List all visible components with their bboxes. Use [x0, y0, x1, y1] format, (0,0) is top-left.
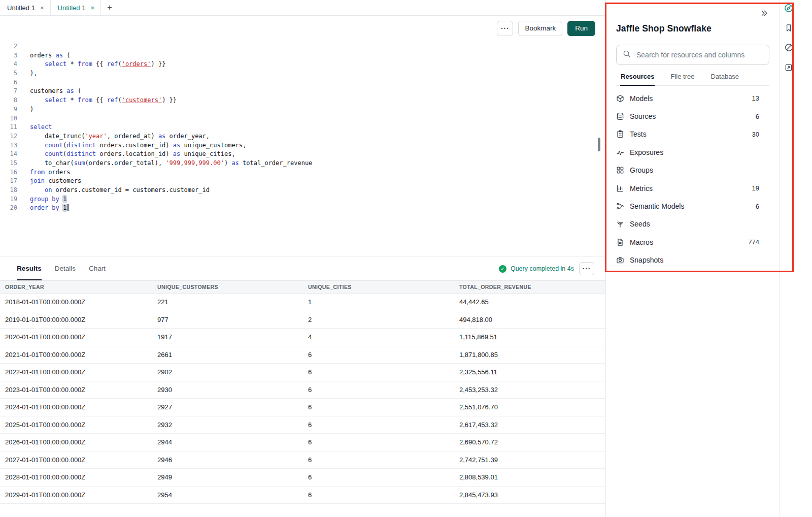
- code-token: [30, 142, 45, 149]
- sidebar-tab-resources[interactable]: Resources: [620, 73, 655, 86]
- resource-item-seeds[interactable]: Seeds: [616, 215, 769, 233]
- run-button[interactable]: Run: [567, 21, 595, 36]
- code-line[interactable]: 2: [0, 42, 605, 51]
- collapse-sidebar-button[interactable]: [759, 6, 769, 21]
- code-line[interactable]: 3orders as (: [0, 51, 605, 60]
- bookmarks-button[interactable]: [781, 21, 796, 36]
- tab-close-icon[interactable]: ×: [90, 5, 94, 11]
- results-tab-results[interactable]: Results: [17, 257, 42, 280]
- code-text: group by 1: [17, 195, 66, 204]
- line-number: 14: [0, 150, 17, 159]
- code-line[interactable]: 14 count(distinct orders.location_id) as…: [0, 150, 605, 159]
- results-more-button[interactable]: ···: [579, 262, 594, 275]
- table-row[interactable]: 2028-01-01T00:00:00.000Z294962,808,539.0…: [0, 469, 605, 487]
- new-tab-button[interactable]: +: [101, 0, 118, 15]
- resource-item-exposures[interactable]: Exposures: [616, 143, 769, 161]
- tab-close-icon[interactable]: ×: [40, 5, 44, 11]
- resource-item-tests[interactable]: Tests30: [616, 125, 769, 143]
- code-line[interactable]: 10: [0, 114, 605, 123]
- sidebar-tab-database[interactable]: Database: [710, 73, 739, 86]
- sidebar-top-bar: [616, 6, 769, 21]
- code-token: as: [66, 87, 74, 94]
- table-cell: 6: [303, 491, 454, 499]
- line-number: 8: [0, 96, 17, 105]
- code-line[interactable]: 12 date_trunc('year', ordered_at) as ord…: [0, 132, 605, 141]
- export-button[interactable]: [781, 60, 796, 76]
- code-line[interactable]: 17join customers: [0, 177, 605, 186]
- resource-list: Models13Sources6Tests30ExposuresGroupsMe…: [616, 89, 769, 269]
- code-line[interactable]: 6: [0, 78, 605, 87]
- table-row[interactable]: 2026-01-01T00:00:00.000Z294462,690,570.7…: [0, 434, 605, 451]
- explore-button[interactable]: [781, 1, 796, 16]
- resource-item-metrics[interactable]: Metrics19: [616, 179, 769, 197]
- code-line[interactable]: 4 select * from {{ ref('orders') }}: [0, 60, 605, 69]
- bookmark-button[interactable]: Bookmark: [518, 21, 562, 36]
- code-token: on: [45, 186, 52, 193]
- results-tab-strip: ResultsDetailsChart: [17, 257, 106, 280]
- line-number: 13: [0, 141, 17, 150]
- code-token: from: [78, 96, 92, 104]
- table-row[interactable]: 2022-01-01T00:00:00.000Z290262,325,556.1…: [0, 364, 605, 381]
- table-row[interactable]: 2020-01-01T00:00:00.000Z191741,115,869.5…: [0, 329, 605, 346]
- table-cell: 2661: [152, 351, 303, 359]
- code-line[interactable]: 7customers as (: [0, 87, 605, 96]
- table-row[interactable]: 2025-01-01T00:00:00.000Z293262,617,453.3…: [0, 416, 605, 434]
- code-line[interactable]: 11select: [0, 123, 605, 132]
- table-row[interactable]: 2024-01-01T00:00:00.000Z292762,551,076.7…: [0, 399, 605, 416]
- resource-item-sources[interactable]: Sources6: [616, 107, 769, 125]
- code-line[interactable]: 9): [0, 105, 605, 114]
- code-token: unique_customers,: [180, 142, 246, 149]
- app-root: Untitled 1×Untitled 1× + ··· Bookmark Ru…: [0, 0, 812, 517]
- table-row[interactable]: 2029-01-01T00:00:00.000Z295462,845,473.9…: [0, 487, 605, 504]
- table-row[interactable]: 2018-01-01T00:00:00.000Z221144,442.65: [0, 294, 605, 311]
- resource-item-semantic-models[interactable]: Semantic Models6: [616, 197, 769, 215]
- table-cell: 6: [303, 438, 454, 446]
- code-token: ): [30, 106, 33, 113]
- table-cell: 1,871,800.85: [454, 351, 605, 359]
- line-number: 2: [0, 42, 17, 51]
- editor-scrollbar[interactable]: [598, 138, 600, 151]
- table-row[interactable]: 2023-01-01T00:00:00.000Z293062,453,253.3…: [0, 381, 605, 399]
- tab-label: Untitled 1: [58, 4, 86, 12]
- groups-icon: [616, 166, 624, 174]
- search-input[interactable]: [635, 50, 763, 59]
- code-line[interactable]: 15 to_char(sum(orders.order_total), '999…: [0, 159, 605, 168]
- results-tab-chart[interactable]: Chart: [89, 257, 106, 280]
- code-line[interactable]: 5),: [0, 69, 605, 78]
- sql-editor[interactable]: 23orders as (4 select * from {{ ref('ord…: [0, 41, 605, 256]
- table-cell: 221: [152, 298, 303, 306]
- code-line[interactable]: 13 count(distinct orders.customer_id) as…: [0, 141, 605, 150]
- code-token: [30, 186, 45, 193]
- history-button[interactable]: [781, 41, 796, 56]
- resource-item-snapshots[interactable]: Snapshots: [616, 251, 769, 269]
- bookmark-icon: [785, 24, 793, 34]
- code-line[interactable]: 20order by 1: [0, 204, 605, 213]
- tab-strip: Untitled 1×Untitled 1×: [0, 0, 101, 15]
- code-line[interactable]: 19group by 1: [0, 195, 605, 204]
- table-row[interactable]: 2027-01-01T00:00:00.000Z294662,742,751.3…: [0, 451, 605, 469]
- code-line[interactable]: 16from orders: [0, 168, 605, 177]
- explore-icon: [784, 4, 793, 14]
- ref-link[interactable]: 'customers': [122, 96, 162, 104]
- code-token: {{: [92, 60, 107, 68]
- code-text: ),: [17, 69, 37, 78]
- code-line[interactable]: 8 select * from {{ ref('customers') }}: [0, 96, 605, 105]
- results-tab-details[interactable]: Details: [55, 257, 76, 280]
- code-text: orders as (: [17, 51, 70, 60]
- code-token: , ordered_at): [107, 133, 158, 140]
- ref-link[interactable]: 'orders': [122, 60, 151, 68]
- editor-tab[interactable]: Untitled 1×: [0, 0, 51, 15]
- code-text: select * from {{ ref('orders') }}: [17, 60, 165, 69]
- table-row[interactable]: 2021-01-01T00:00:00.000Z266161,871,800.8…: [0, 346, 605, 364]
- code-line[interactable]: 18 on orders.customer_id = customers.cus…: [0, 186, 605, 195]
- resource-item-models[interactable]: Models13: [616, 89, 769, 107]
- code-token: [30, 150, 45, 157]
- resource-item-groups[interactable]: Groups: [616, 161, 769, 179]
- editor-tab[interactable]: Untitled 1×: [51, 0, 101, 15]
- sidebar-tab-file-tree[interactable]: File tree: [670, 73, 695, 86]
- code-token: [30, 96, 45, 104]
- table-row[interactable]: 2019-01-01T00:00:00.000Z9772494,818.00: [0, 311, 605, 329]
- ellipsis-icon: ···: [583, 265, 591, 273]
- more-options-button[interactable]: ···: [497, 21, 513, 36]
- resource-item-macros[interactable]: Macros774: [616, 233, 769, 251]
